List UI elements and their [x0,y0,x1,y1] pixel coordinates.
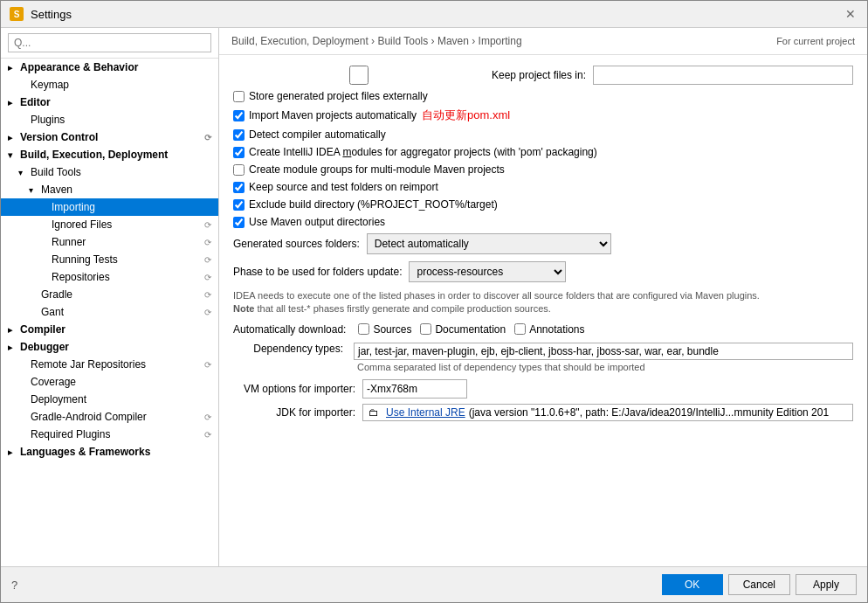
documentation-checkbox[interactable] [420,323,431,335]
detect-compiler-row: Detect compiler automatically [233,128,853,141]
sidebar-item-label: Importing [52,201,95,213]
phase-select[interactable]: process-resources [409,261,566,282]
sidebar-item-label: Coverage [31,376,76,388]
keep-project-label[interactable]: Keep project files in: [492,69,586,81]
use-maven-output-checkbox[interactable] [233,217,245,228]
create-module-groups-label[interactable]: Create module groups for multi-module Ma… [233,163,505,176]
sidebar-item-running-tests[interactable]: Running Tests ⟳ [1,251,218,268]
sidebar-item-keymap[interactable]: Keymap [1,76,218,94]
sidebar-item-coverage[interactable]: Coverage [1,373,218,391]
sidebar-item-required-plugins[interactable]: Required Plugins ⟳ [1,426,218,443]
exclude-build-dir-checkbox[interactable] [233,199,245,211]
annotations-label[interactable]: Annotations [514,323,584,336]
for-current-label: For current project [776,36,855,46]
import-maven-label[interactable]: Import Maven projects automatically [233,109,417,121]
close-button[interactable]: ✕ [843,6,858,22]
sidebar-item-label: Version Control [20,131,98,143]
expand-arrow: ▸ [8,98,17,107]
search-box [1,28,218,59]
sidebar-item-ignored-files[interactable]: Ignored Files ⟳ [1,216,218,233]
help-button[interactable]: ? [11,579,17,592]
title-bar-left: S Settings [10,7,72,21]
sidebar-item-deployment[interactable]: Deployment [1,391,218,408]
sidebar-item-build-tools[interactable]: ▾ Build Tools [1,163,218,181]
expand-arrow: ▸ [8,63,17,73]
jdk-label: JDK for importer: [233,406,355,419]
sidebar-item-gradle-android[interactable]: Gradle-Android Compiler ⟳ [1,408,218,426]
sidebar-item-label: Build, Execution, Deployment [20,149,168,161]
bottom-buttons: OK Cancel Apply [662,574,857,595]
detect-compiler-label[interactable]: Detect compiler automatically [233,128,386,141]
keep-source-folders-row: Keep source and test folders on reimport [233,181,853,193]
cancel-button[interactable]: Cancel [728,574,790,595]
dependency-types-label: Dependency types: [233,343,347,355]
import-maven-checkbox[interactable] [233,110,245,121]
breadcrumb-path: Build, Execution, Deployment › Build Too… [231,35,522,47]
keep-source-folders-label[interactable]: Keep source and test folders on reimport [233,181,438,193]
sidebar-item-build-execution[interactable]: ▾ Build, Execution, Deployment [1,146,218,163]
sidebar-item-gant[interactable]: Gant ⟳ [1,303,218,321]
title-bar: S Settings ✕ [1,1,867,28]
app-icon: S [10,7,24,21]
sidebar-item-label: Plugins [31,114,65,126]
expand-arrow: ▸ [8,133,17,142]
phase-row: Phase to be used for folders update: pro… [233,261,853,282]
dependency-types-row: Dependency types: jar, test-jar, maven-p… [233,343,853,360]
sidebar-item-languages[interactable]: ▸ Languages & Frameworks [1,443,218,461]
sidebar-item-label: Appearance & Behavior [20,61,138,73]
apply-button[interactable]: Apply [796,574,857,595]
jdk-extra-info: (java version "11.0.6+8", path: E:/Java/… [469,406,829,419]
sidebar-item-label: Build Tools [31,166,81,178]
sync-icon: ⟳ [204,430,211,440]
jdk-value: 🗀 Use Internal JRE (java version "11.0.6… [362,404,853,421]
keep-project-input[interactable] [593,66,853,85]
expand-arrow: ▾ [8,150,17,160]
sidebar-item-plugins[interactable]: Plugins [1,111,218,128]
jdk-folder-icon: 🗀 [369,406,379,419]
detect-compiler-checkbox[interactable] [233,129,245,141]
create-intellij-checkbox[interactable] [233,147,245,158]
ok-button[interactable]: OK [662,574,723,595]
documentation-label[interactable]: Documentation [420,323,506,336]
search-input[interactable] [8,33,211,52]
sidebar-item-importing[interactable]: Importing [1,198,218,216]
hint-text: IDEA needs to execute one of the listed … [233,289,853,316]
hint-note: Note [233,303,254,314]
sidebar-item-remote-jar[interactable]: Remote Jar Repositories ⟳ [1,356,218,373]
sidebar-item-appearance[interactable]: ▸ Appearance & Behavior [1,59,218,76]
main-content: ▸ Appearance & Behavior Keymap ▸ Editor … [1,28,867,566]
sources-checkbox[interactable] [358,323,369,335]
sidebar-item-debugger[interactable]: ▸ Debugger [1,338,218,356]
create-intellij-label[interactable]: Create IntelliJ IDEA modules for aggrega… [233,146,597,158]
sources-label[interactable]: Sources [358,323,411,336]
keep-project-row: Keep project files in: [233,66,853,85]
sidebar-item-label: Runner [52,236,86,248]
keep-source-folders-checkbox[interactable] [233,182,245,193]
bottom-bar: ? OK Cancel Apply [1,566,867,602]
keep-project-checkbox[interactable] [233,66,485,85]
sidebar-item-label: Ignored Files [52,218,112,231]
sidebar-item-repositories[interactable]: Repositories ⟳ [1,268,218,286]
vm-options-input[interactable] [362,379,467,399]
annotations-checkbox[interactable] [514,323,526,335]
sidebar-item-editor[interactable]: ▸ Editor [1,94,218,111]
sync-icon: ⟳ [204,308,211,317]
settings-window: S Settings ✕ ▸ Appearance & Behavior Key… [0,0,868,603]
sidebar-item-version-control[interactable]: ▸ Version Control ⟳ [1,128,218,146]
jdk-internal-jre-link[interactable]: Use Internal JRE [386,406,465,419]
store-generated-label[interactable]: Store generated project files externally [233,90,428,102]
import-maven-annotation: 自动更新pom.xml [422,107,510,123]
sidebar-item-compiler[interactable]: ▸ Compiler [1,321,218,338]
sidebar-item-runner[interactable]: Runner ⟳ [1,233,218,251]
use-maven-output-label[interactable]: Use Maven output directories [233,216,385,228]
sidebar-item-gradle[interactable]: Gradle ⟳ [1,286,218,303]
exclude-build-dir-label[interactable]: Exclude build directory (%PROJECT_ROOT%/… [233,198,498,211]
expand-arrow: ▸ [8,325,17,335]
sidebar-item-maven[interactable]: ▾ Maven [1,181,218,198]
create-module-groups-checkbox[interactable] [233,164,245,176]
sync-icon: ⟳ [204,238,211,247]
store-generated-checkbox[interactable] [233,91,245,102]
expand-arrow: ▸ [8,447,17,457]
auto-download-row: Automatically download: Sources Document… [233,323,853,336]
generated-sources-select[interactable]: Detect automatically [367,233,611,254]
